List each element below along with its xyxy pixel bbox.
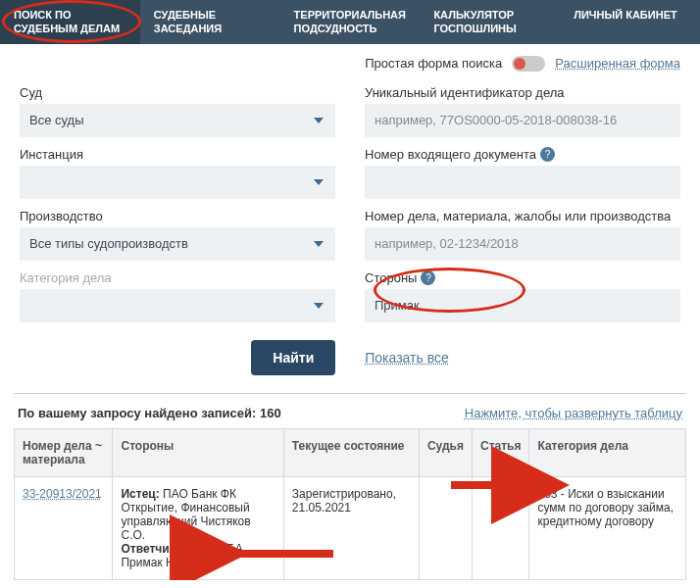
simple-form-label: Простая форма поиска bbox=[365, 56, 502, 71]
case-no-field: Номер дела, материала, жалобы или произв… bbox=[365, 209, 680, 261]
col-case-no: Номер дела ~ материала bbox=[15, 428, 113, 476]
col-category: Категория дела bbox=[529, 428, 686, 476]
col-parties: Стороны bbox=[113, 428, 283, 476]
nav-jurisdiction[interactable]: ТЕРРИТОРИАЛЬНАЯ ПОДСУДНОСТЬ bbox=[280, 0, 421, 44]
cell-parties: Истец: ПАО Банк ФК Открытие, Финансовый … bbox=[113, 476, 283, 579]
court-field: Суд bbox=[20, 85, 335, 137]
search-mode-row: Простая форма поиска Расширенная форма bbox=[0, 44, 700, 77]
parties-field: Стороны ? bbox=[365, 270, 680, 322]
incoming-field: Номер входящего документа ? bbox=[365, 147, 680, 199]
nav-fee-calc[interactable]: КАЛЬКУЛЯТОР ГОСПОШЛИНЫ bbox=[420, 0, 560, 44]
col-judge: Судья bbox=[419, 428, 472, 476]
nav-hearings[interactable]: СУДЕБНЫЕ ЗАСЕДАНИЯ bbox=[140, 0, 280, 44]
results-count-value: 160 bbox=[260, 406, 281, 420]
expand-table-link[interactable]: Нажмите, чтобы развернуть таблицу bbox=[465, 406, 682, 420]
category-field: Категория дела bbox=[20, 270, 335, 322]
court-select[interactable] bbox=[20, 104, 335, 137]
parties-input[interactable] bbox=[365, 289, 680, 322]
case-link[interactable]: 33-20913/2021 bbox=[23, 487, 102, 501]
search-form: Суд Уникальный идентификатор дела Инстан… bbox=[0, 77, 700, 326]
uid-field: Уникальный идентификатор дела bbox=[365, 85, 680, 137]
proceeding-select[interactable] bbox=[20, 227, 335, 261]
cell-category: 203 - Иски о взыскании сумм по договору … bbox=[529, 476, 686, 579]
parties-label: Стороны ? bbox=[365, 270, 680, 285]
cell-state: Зарегистрировано, 21.05.2021 bbox=[283, 476, 419, 579]
help-icon[interactable]: ? bbox=[421, 270, 435, 285]
form-mode-toggle[interactable] bbox=[512, 56, 545, 72]
incoming-input[interactable] bbox=[365, 166, 680, 199]
court-label: Суд bbox=[20, 85, 335, 100]
results-table: Номер дела ~ материала Стороны Текущее с… bbox=[14, 428, 686, 580]
proceeding-field: Производство bbox=[20, 209, 335, 261]
plaintiff-label: Истец: bbox=[121, 487, 159, 501]
proceeding-label: Производство bbox=[20, 209, 335, 223]
table-row: 33-20913/2021 Истец: ПАО Банк ФК Открыти… bbox=[15, 476, 686, 579]
uid-input[interactable] bbox=[365, 104, 680, 137]
results-header: По вашему запросу найдено записей: 160 Н… bbox=[0, 394, 700, 428]
nav-account[interactable]: ЛИЧНЫЙ КАБИНЕТ bbox=[560, 0, 700, 44]
table-header-row: Номер дела ~ материала Стороны Текущее с… bbox=[15, 428, 686, 476]
col-state: Текущее состояние bbox=[283, 428, 419, 476]
search-button[interactable]: Найти bbox=[251, 340, 335, 375]
instance-select[interactable] bbox=[20, 166, 335, 199]
actions-row: Найти Показать все bbox=[0, 326, 700, 393]
incoming-label-text: Номер входящего документа bbox=[365, 147, 536, 162]
category-label: Категория дела bbox=[20, 270, 335, 285]
category-select[interactable] bbox=[20, 289, 335, 322]
incoming-label: Номер входящего документа ? bbox=[365, 147, 680, 162]
top-nav: ПОИСК ПО СУДЕБНЫМ ДЕЛАМ СУДЕБНЫЕ ЗАСЕДАН… bbox=[0, 0, 700, 44]
nav-search-cases[interactable]: ПОИСК ПО СУДЕБНЫМ ДЕЛАМ bbox=[0, 0, 140, 44]
cell-judge bbox=[419, 476, 472, 579]
instance-label: Инстанция bbox=[20, 147, 335, 162]
uid-label: Уникальный идентификатор дела bbox=[365, 85, 680, 100]
advanced-form-link[interactable]: Расширенная форма bbox=[555, 56, 680, 71]
cell-article bbox=[472, 476, 528, 579]
defendant-label: Ответчик: bbox=[121, 542, 178, 556]
case-no-input[interactable] bbox=[365, 227, 680, 261]
case-no-label: Номер дела, материала, жалобы или произв… bbox=[365, 209, 680, 223]
instance-field: Инстанция bbox=[20, 147, 335, 199]
parties-label-text: Стороны bbox=[365, 270, 417, 285]
results-count: По вашему запросу найдено записей: 160 bbox=[18, 406, 281, 420]
results-count-prefix: По вашему запросу найдено записей: bbox=[18, 406, 260, 420]
col-article: Статья bbox=[472, 428, 528, 476]
show-all-link[interactable]: Показать все bbox=[365, 350, 448, 366]
help-icon[interactable]: ? bbox=[540, 147, 555, 162]
